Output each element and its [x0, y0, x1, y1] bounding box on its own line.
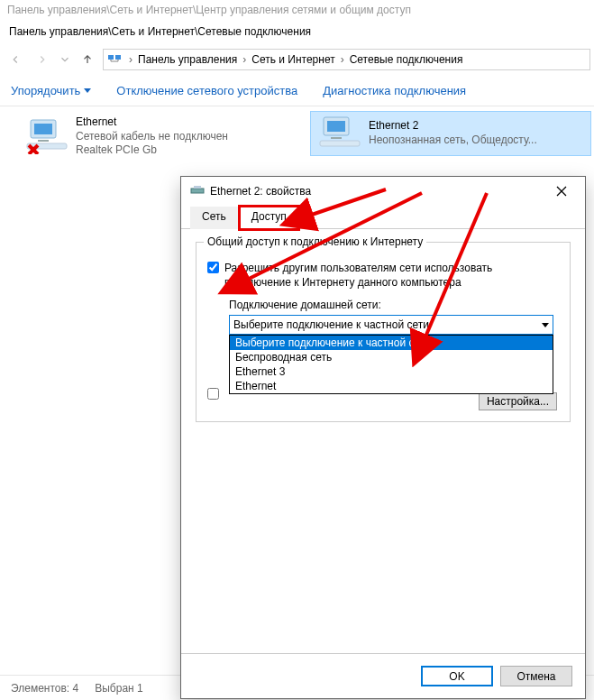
network-adapter-icon: [318, 115, 361, 152]
nav-up-button[interactable]: [76, 48, 99, 71]
connection-status: Неопознанная сеть, Общедосту...: [369, 134, 537, 148]
dropdown-arrow-icon: [84, 88, 91, 93]
chevron-right-icon: ›: [127, 53, 134, 66]
network-folder-icon: [107, 52, 122, 67]
breadcrumb-mid[interactable]: Сеть и Интернет: [248, 53, 338, 66]
ok-button[interactable]: OK: [421, 666, 493, 686]
allow-sharing-label: Разрешить другим пользователям сети испо…: [224, 261, 559, 290]
select-option[interactable]: Выберите подключение к частной сети: [230, 336, 553, 350]
status-selected-count: Выбран 1: [95, 682, 142, 695]
home-network-label: Подключение домашней сети:: [229, 299, 559, 311]
window-title: Панель управления\Сеть и Интернет\Сетевы…: [0, 20, 594, 43]
breadcrumb-leaf[interactable]: Сетевые подключения: [346, 53, 467, 66]
network-adapter-small-icon: [190, 184, 205, 198]
dialog-tabs: Сеть Доступ: [181, 206, 585, 229]
nav-forward-button[interactable]: [31, 48, 54, 71]
dialog-body: Общий доступ к подключению к Интернету Р…: [181, 229, 585, 653]
dialog-buttons: OK Отмена: [181, 653, 585, 698]
svg-rect-10: [191, 189, 204, 193]
connection-device: Realtek PCIe Gb: [76, 143, 228, 158]
nav-back-button[interactable]: [4, 48, 27, 71]
select-dropdown: Выберите подключение к частной сети Бесп…: [229, 335, 553, 394]
toolbar-disable-device[interactable]: Отключение сетевого устройства: [116, 84, 297, 97]
dropdown-arrow-icon: [542, 323, 549, 327]
svg-rect-0: [108, 55, 114, 60]
toolbar: Упорядочить Отключение сетевого устройст…: [0, 76, 594, 106]
tab-access[interactable]: Доступ: [240, 207, 298, 229]
svg-rect-9: [320, 141, 360, 146]
connection-name: Ethernet: [76, 115, 228, 130]
toolbar-organize[interactable]: Упорядочить: [11, 84, 91, 97]
address-bar[interactable]: › Панель управления › Сеть и Интернет › …: [103, 49, 590, 70]
properties-dialog: Ethernet 2: свойства Сеть Доступ Общий д…: [180, 176, 586, 699]
connection-name: Ethernet 2: [369, 119, 537, 134]
chevron-right-icon: ›: [241, 53, 248, 66]
network-adapter-icon: [25, 118, 69, 154]
configure-button[interactable]: Настройка...: [479, 392, 557, 410]
svg-rect-1: [115, 55, 121, 60]
allow-control-checkbox[interactable]: [207, 388, 219, 400]
svg-rect-7: [327, 121, 345, 132]
home-network-select[interactable]: Выберите подключение к частной сети Выбе…: [229, 315, 553, 335]
svg-rect-3: [34, 124, 52, 134]
svg-rect-4: [38, 140, 49, 142]
select-option[interactable]: Беспроводная сеть: [230, 350, 553, 364]
close-button[interactable]: [547, 182, 576, 200]
status-element-count: Элементов: 4: [11, 682, 78, 695]
allow-sharing-checkbox[interactable]: [207, 262, 219, 273]
dialog-titlebar[interactable]: Ethernet 2: свойства: [181, 177, 585, 206]
background-window-title: Панель управления\Сеть и Интернет\Центр …: [0, 0, 594, 20]
chevron-right-icon: ›: [339, 53, 346, 66]
svg-rect-8: [331, 137, 342, 139]
nav-history-dropdown[interactable]: [58, 48, 72, 71]
nav-bar: › Панель управления › Сеть и Интернет › …: [0, 43, 594, 76]
select-value: Выберите подключение к частной сети: [233, 318, 429, 331]
connection-status: Сетевой кабель не подключен: [76, 130, 228, 144]
connection-ethernet2[interactable]: Ethernet 2 Неопознанная сеть, Общедосту.…: [311, 112, 590, 155]
dialog-title-text: Ethernet 2: свойства: [210, 185, 311, 198]
fieldset-legend: Общий доступ к подключению к Интернету: [204, 235, 426, 248]
select-option[interactable]: Ethernet 3: [230, 364, 553, 379]
allow-sharing-row: Разрешить другим пользователям сети испо…: [207, 261, 559, 290]
toolbar-diagnose[interactable]: Диагностика подключения: [323, 84, 466, 97]
select-option[interactable]: Ethernet: [230, 379, 553, 393]
breadcrumb-root[interactable]: Панель управления: [134, 53, 241, 66]
sharing-fieldset: Общий доступ к подключению к Интернету Р…: [196, 242, 571, 422]
tab-network[interactable]: Сеть: [190, 207, 238, 229]
cancel-button[interactable]: Отмена: [500, 666, 572, 686]
connection-ethernet[interactable]: Ethernet Сетевой кабель не подключен Rea…: [18, 112, 288, 161]
svg-rect-11: [194, 186, 201, 189]
